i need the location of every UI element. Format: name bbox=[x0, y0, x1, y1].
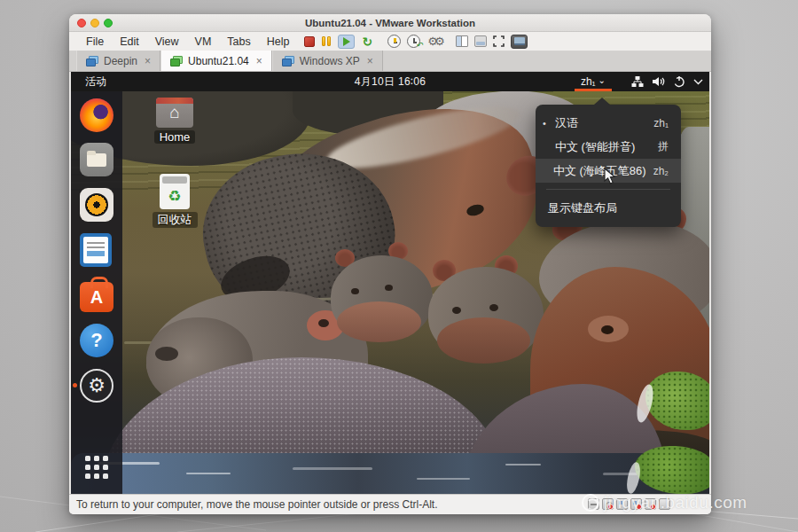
input-menu-label: 显示键盘布局 bbox=[548, 200, 617, 216]
dock-item-files[interactable] bbox=[80, 143, 113, 176]
desktop-icon-trash[interactable]: ♻ 回收站 bbox=[144, 174, 206, 228]
vm-tab-icon bbox=[86, 56, 98, 66]
thumbnail-bar-icon[interactable] bbox=[474, 35, 487, 47]
tab-bar: Deepin × Ubuntu21.04 × Windows XP × bbox=[69, 51, 711, 72]
firefox-icon bbox=[80, 98, 113, 132]
gnome-top-bar: 活动 4月10日 16∶06 zh₁ ⌄ bbox=[71, 72, 709, 91]
question-glyph: ? bbox=[90, 329, 102, 352]
input-menu-item-hanyu[interactable]: • 汉语 zh₁ bbox=[536, 111, 681, 135]
vmware-window: Ubuntu21.04 - VMware Workstation File Ed… bbox=[69, 14, 711, 514]
input-source-badge: zh₁ bbox=[581, 75, 596, 88]
hippo-profile-nostril bbox=[155, 347, 178, 361]
hippo-small1-eye-l bbox=[351, 288, 359, 294]
hippo-right-eye bbox=[601, 325, 614, 334]
hippo-small2-muzzle bbox=[437, 317, 530, 364]
input-source-button[interactable]: zh₁ ⌄ bbox=[575, 72, 612, 91]
desktop-icon-label: Home bbox=[154, 130, 196, 144]
dock-item-rhythmbox[interactable] bbox=[80, 188, 113, 222]
toolbar: ↻ ↶ ⚙⚙ bbox=[304, 35, 528, 49]
dock-item-help[interactable]: ? bbox=[80, 324, 113, 357]
watermark: jingyan.baidu.com bbox=[582, 493, 747, 512]
menu-vm[interactable]: VM bbox=[187, 35, 220, 48]
desktop-icon-home[interactable]: ⌂ Home bbox=[144, 98, 206, 145]
tab-close-icon[interactable]: × bbox=[145, 55, 151, 67]
tab-label: Deepin bbox=[104, 55, 137, 67]
input-menu-badge: zh₂ bbox=[653, 165, 669, 177]
volume-icon bbox=[652, 75, 665, 88]
tab-windows-xp[interactable]: Windows XP × bbox=[272, 51, 383, 71]
tab-label: Ubuntu21.04 bbox=[188, 55, 249, 67]
snapshot-manager-icon[interactable]: ⚙⚙ bbox=[426, 35, 442, 48]
tab-label: Windows XP bbox=[300, 55, 360, 67]
help-icon: ? bbox=[80, 324, 113, 357]
blue-water-bottom bbox=[71, 453, 709, 494]
libreoffice-writer-icon bbox=[80, 233, 112, 267]
hippo-small2-eye-r bbox=[489, 304, 498, 311]
input-menu-label: 汉语 bbox=[555, 115, 646, 131]
watermark-text: jingyan.baidu.com bbox=[604, 493, 747, 512]
window-titlebar[interactable]: Ubuntu21.04 - VMware Workstation bbox=[69, 14, 711, 32]
dock-item-ubuntu-software[interactable]: A bbox=[80, 278, 113, 312]
menu-tabs[interactable]: Tabs bbox=[219, 35, 258, 48]
menu-separator bbox=[546, 189, 670, 190]
show-keyboard-layout-item[interactable]: 显示键盘布局 bbox=[536, 196, 681, 220]
input-menu-label: 中文 (海峰五笔86) bbox=[553, 163, 646, 179]
snapshot-take-icon[interactable] bbox=[387, 35, 401, 48]
revert-arrow: ↶ bbox=[416, 42, 423, 50]
system-status-icons[interactable] bbox=[631, 75, 703, 88]
ubuntu-software-icon: A bbox=[80, 282, 113, 312]
status-message: To return to your computer, move the mou… bbox=[69, 498, 438, 511]
watermark-logo-icon bbox=[582, 494, 599, 512]
input-menu-item-pinyin[interactable]: 中文 (智能拼音) 拼 bbox=[536, 135, 681, 159]
power-off-icon[interactable] bbox=[304, 36, 315, 47]
tab-close-icon[interactable]: × bbox=[256, 55, 262, 67]
water-glint bbox=[293, 467, 372, 470]
mouse-cursor bbox=[604, 168, 616, 185]
desktop-icon-label: 回收站 bbox=[153, 212, 198, 228]
input-menu-label: 中文 (智能拼音) bbox=[555, 139, 651, 155]
recycle-glyph: ♻ bbox=[168, 187, 181, 206]
menu-bar: File Edit View VM Tabs Help ↻ ↶ ⚙⚙ bbox=[69, 32, 711, 51]
hippo-small2-eye-l bbox=[452, 307, 461, 314]
software-letter: A bbox=[90, 287, 103, 308]
tab-close-icon[interactable]: × bbox=[367, 55, 373, 67]
menu-help[interactable]: Help bbox=[259, 35, 298, 48]
network-icon bbox=[631, 75, 644, 88]
desktop: ⌂ Home ♻ 回收站 A ? ⚙ bbox=[71, 91, 709, 494]
hippo-small1-eye-r bbox=[385, 285, 393, 291]
app-grid-icon bbox=[83, 454, 110, 481]
water-glint bbox=[417, 478, 470, 480]
tab-ubuntu[interactable]: Ubuntu21.04 × bbox=[160, 51, 272, 71]
power-icon bbox=[673, 75, 685, 88]
dock-item-settings[interactable]: ⚙ bbox=[80, 369, 113, 403]
input-source-menu: • 汉语 zh₁ 中文 (智能拼音) 拼 中文 (海峰五笔86) zh₂ 显示键… bbox=[536, 105, 681, 227]
files-icon bbox=[80, 143, 113, 176]
fullscreen-icon[interactable] bbox=[493, 35, 505, 47]
console-view-icon[interactable] bbox=[511, 35, 528, 49]
active-input-dot: • bbox=[543, 118, 555, 129]
house-glyph: ⌂ bbox=[169, 103, 179, 122]
settings-gear-icon: ⚙ bbox=[80, 369, 113, 403]
library-panel-icon[interactable] bbox=[456, 35, 468, 47]
hippo-small1-muzzle bbox=[337, 301, 421, 342]
chevron-down-icon: ⌄ bbox=[598, 75, 606, 85]
vm-tab-icon bbox=[282, 56, 294, 66]
vm-tab-icon bbox=[170, 56, 183, 66]
reset-icon[interactable]: ↻ bbox=[361, 35, 373, 48]
play-icon[interactable] bbox=[338, 35, 355, 49]
snapshot-revert-icon[interactable]: ↶ bbox=[407, 35, 420, 48]
dock-item-libreoffice-writer[interactable] bbox=[80, 233, 113, 267]
dock-item-app-grid[interactable] bbox=[80, 450, 113, 484]
dock-item-firefox[interactable] bbox=[80, 98, 113, 132]
menu-edit[interactable]: Edit bbox=[112, 35, 147, 48]
rhythmbox-icon bbox=[80, 188, 113, 222]
input-menu-badge: zh₁ bbox=[653, 117, 669, 129]
suspend-icon[interactable] bbox=[321, 36, 332, 47]
tab-deepin[interactable]: Deepin × bbox=[76, 51, 160, 71]
dock: A ? ⚙ bbox=[71, 91, 122, 494]
menu-view[interactable]: View bbox=[147, 35, 187, 48]
gear-glyph: ⚙ bbox=[88, 374, 106, 397]
running-indicator-dot bbox=[73, 383, 77, 387]
menu-file[interactable]: File bbox=[78, 35, 112, 48]
water-glint bbox=[186, 473, 231, 474]
